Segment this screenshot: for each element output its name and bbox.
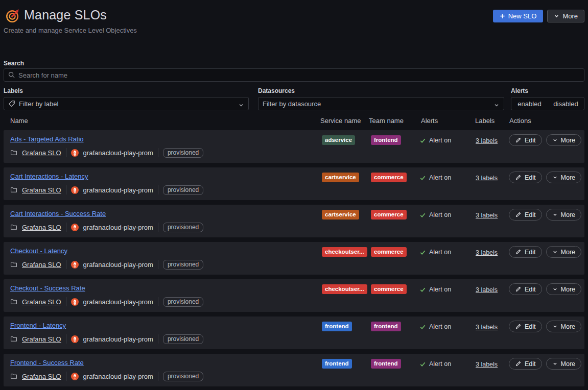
provisioned-badge: provisioned (163, 185, 203, 195)
table-row: Ads - Targeted Ads Ratio Grafana SLO gra… (4, 130, 584, 163)
service-badge: checkoutser... (322, 247, 367, 257)
team-badge: commerce (371, 173, 407, 182)
datasource-name: grafanacloud-play-prom (83, 224, 153, 231)
slo-name-link[interactable]: Frontend - Success Rate (10, 359, 84, 367)
team-badge: frontend (371, 135, 401, 145)
row-more-button[interactable]: More (546, 172, 581, 183)
table-row: Frontend - Latency Grafana SLO grafanacl… (4, 316, 584, 349)
row-more-button-label: More (561, 360, 575, 368)
slo-name-link[interactable]: Ads - Targeted Ads Ratio (10, 135, 84, 143)
divider (158, 260, 158, 269)
edit-button[interactable]: Edit (509, 358, 542, 370)
chevron-down-icon (238, 101, 244, 110)
alert-status: Alert on (419, 323, 451, 330)
slo-name-link[interactable]: Frontend - Latency (10, 322, 66, 329)
row-meta: Grafana SLO grafanacloud-play-prom provi… (10, 371, 203, 381)
divider (66, 372, 66, 381)
datasource-name: grafanacloud-play-prom (83, 149, 153, 157)
row-actions: Edit More (509, 321, 581, 332)
check-icon (419, 137, 426, 144)
search-input[interactable] (4, 68, 584, 82)
folder-link[interactable]: Grafana SLO (22, 335, 61, 343)
datasource-name: grafanacloud-play-prom (83, 373, 153, 380)
labels-filter-placeholder: Filter by label (19, 100, 58, 108)
alerts-option-disabled[interactable]: disabled (548, 98, 584, 110)
alert-status-label: Alert on (429, 286, 451, 293)
slo-name-link[interactable]: Cart Interactions - Success Rate (10, 210, 106, 217)
row-main: Frontend - Success Rate Grafana SLO graf… (10, 358, 203, 381)
slo-name-link[interactable]: Checkout - Success Rate (10, 284, 85, 292)
row-actions: Edit More (509, 209, 581, 221)
labels-link[interactable]: 3 labels (476, 175, 498, 182)
row-more-button-label: More (561, 286, 575, 293)
labels-link[interactable]: 3 labels (476, 249, 498, 256)
alert-status: Alert on (419, 286, 451, 293)
divider (66, 334, 66, 344)
chevron-down-icon (552, 137, 558, 143)
slo-name-link[interactable]: Checkout - Latency (10, 247, 67, 255)
edit-button[interactable]: Edit (509, 209, 542, 221)
row-main: Cart Interactions - Success Rate Grafana… (10, 209, 203, 232)
labels-link[interactable]: 3 labels (476, 361, 498, 368)
row-main: Checkout - Success Rate Grafana SLO graf… (10, 283, 203, 307)
alerts-option-enabled[interactable]: enabled (511, 98, 548, 110)
provisioned-badge: provisioned (163, 372, 203, 381)
page-subtitle: Create and manage Service Level Objectiv… (4, 27, 137, 34)
check-icon (419, 361, 426, 368)
labels-filter-select[interactable]: Filter by label (4, 97, 249, 110)
prometheus-datasource-icon (71, 261, 79, 269)
folder-link[interactable]: Grafana SLO (22, 224, 61, 231)
row-more-button[interactable]: More (546, 246, 581, 258)
check-icon (419, 286, 426, 293)
row-more-button[interactable]: More (546, 134, 581, 146)
folder-link[interactable]: Grafana SLO (22, 261, 61, 269)
pencil-icon (515, 249, 522, 255)
edit-button[interactable]: Edit (509, 172, 542, 183)
slo-name-link[interactable]: Cart Interactions - Latency (10, 173, 88, 180)
edit-button-label: Edit (525, 360, 536, 368)
row-more-button[interactable]: More (546, 283, 581, 295)
row-more-button[interactable]: More (546, 209, 581, 221)
edit-button[interactable]: Edit (509, 321, 542, 332)
labels-link[interactable]: 3 labels (476, 324, 498, 331)
header-more-button[interactable]: More (547, 10, 584, 22)
divider (158, 223, 158, 232)
row-actions: Edit More (509, 358, 581, 370)
alert-status-label: Alert on (429, 211, 451, 218)
new-slo-button[interactable]: New SLO (493, 10, 544, 22)
edit-button[interactable]: Edit (509, 283, 542, 295)
folder-link[interactable]: Grafana SLO (22, 373, 61, 380)
service-badge: frontend (322, 359, 352, 369)
row-more-button[interactable]: More (546, 321, 581, 332)
row-more-button[interactable]: More (546, 358, 581, 370)
row-meta: Grafana SLO grafanacloud-play-prom provi… (10, 148, 203, 158)
alert-status-label: Alert on (429, 360, 451, 368)
edit-button-label: Edit (525, 137, 536, 144)
datasources-filter-select[interactable]: Filter by datasource (258, 97, 504, 110)
folder-link[interactable]: Grafana SLO (22, 186, 61, 194)
row-main: Checkout - Latency Grafana SLO grafanacl… (10, 246, 203, 270)
prometheus-datasource-icon (71, 298, 79, 306)
tag-icon (8, 100, 15, 107)
row-meta: Grafana SLO grafanacloud-play-prom provi… (10, 259, 203, 270)
folder-icon (10, 149, 17, 156)
folder-link[interactable]: Grafana SLO (22, 149, 61, 157)
column-header-name: Name (4, 117, 320, 125)
alert-status-label: Alert on (429, 323, 451, 330)
prometheus-datasource-icon (71, 224, 79, 231)
labels-link[interactable]: 3 labels (476, 286, 498, 294)
edit-button[interactable]: Edit (509, 134, 542, 146)
page-title: Manage SLOs (24, 8, 107, 22)
row-main: Cart Interactions - Latency Grafana SLO … (10, 172, 203, 195)
alerts-filter-field: Alerts enabled disabled (511, 87, 584, 110)
team-badge: commerce (371, 247, 407, 257)
edit-button[interactable]: Edit (509, 246, 542, 258)
check-icon (419, 175, 426, 181)
folder-link[interactable]: Grafana SLO (22, 298, 61, 306)
labels-link[interactable]: 3 labels (476, 137, 498, 144)
labels-link[interactable]: 3 labels (476, 212, 498, 219)
provisioned-badge: provisioned (163, 260, 203, 270)
provisioned-badge: provisioned (163, 223, 203, 232)
alerts-radio-group: enabled disabled (511, 97, 584, 110)
alert-status: Alert on (419, 174, 451, 181)
